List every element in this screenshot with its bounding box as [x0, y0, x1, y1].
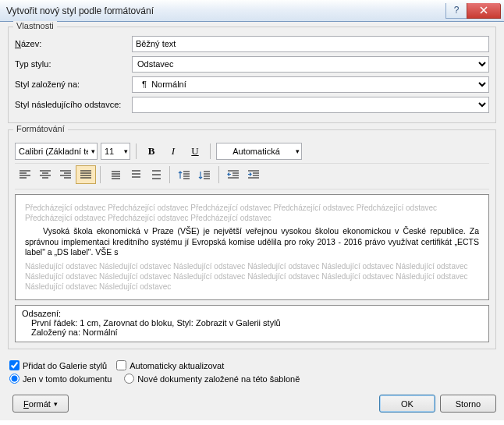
- preview-ghost-after: Následující odstavec Následující odstave…: [25, 261, 479, 292]
- desc-line2: První řádek: 1 cm, Zarovnat do bloku, St…: [31, 318, 482, 328]
- options-area: Přidat do Galerie stylů Automaticky aktu…: [8, 356, 496, 388]
- preview-real-text: Vysoká škola ekonomická v Praze (VŠE) je…: [25, 226, 479, 258]
- font-toolbar: Calibri (Základní te▾ 11▾ B I U Automati…: [15, 138, 489, 163]
- name-input[interactable]: [132, 36, 489, 52]
- font-combo[interactable]: Calibri (Základní te▾: [15, 143, 98, 160]
- chevron-down-icon: ▾: [54, 400, 58, 408]
- following-select[interactable]: [132, 97, 489, 113]
- underline-button[interactable]: U: [186, 143, 204, 160]
- color-combo[interactable]: Automatická▾: [216, 143, 302, 160]
- indent-inc-button[interactable]: [243, 165, 264, 184]
- italic-button[interactable]: I: [164, 143, 183, 160]
- desc-line3: Založený na: Normální: [31, 328, 482, 337]
- align-left-button[interactable]: [15, 165, 35, 184]
- auto-update-checkbox[interactable]: Automaticky aktualizovat: [116, 360, 224, 370]
- basedon-select[interactable]: ¶ Normální: [132, 76, 489, 93]
- space-before-dec-button[interactable]: [194, 165, 215, 184]
- window-title: Vytvořit nový styl podle formátování: [6, 5, 446, 16]
- align-right-button[interactable]: [55, 165, 76, 184]
- chevron-down-icon: ▾: [91, 147, 95, 155]
- chevron-down-icon: ▾: [296, 147, 300, 155]
- window-controls: ?: [446, 3, 501, 19]
- properties-group: Vlastnosti Název: Typ stylu: Odstavec St…: [8, 27, 496, 123]
- formatting-legend: Formátování: [13, 124, 68, 133]
- paragraph-toolbar: [15, 163, 489, 189]
- align-center-button[interactable]: [35, 165, 55, 184]
- size-combo[interactable]: 11▾: [101, 143, 130, 160]
- chevron-down-icon: ▾: [124, 147, 128, 155]
- bold-button[interactable]: B: [142, 143, 161, 160]
- close-button[interactable]: [467, 3, 501, 19]
- description-box: Odsazení: První řádek: 1 cm, Zarovnat do…: [15, 305, 489, 342]
- formatting-group: Formátování Calibri (Základní te▾ 11▾ B …: [8, 129, 496, 349]
- cancel-button[interactable]: Storno: [440, 395, 496, 413]
- name-label: Název:: [15, 39, 132, 48]
- indent-dec-button[interactable]: [223, 165, 243, 184]
- align-justify-button[interactable]: [76, 165, 96, 184]
- this-document-radio[interactable]: Jen v tomto dokumentu: [9, 374, 112, 384]
- following-label: Styl následujícího odstavce:: [15, 100, 132, 109]
- spacing-2-button[interactable]: [145, 165, 165, 184]
- spacing-1-5-button[interactable]: [125, 165, 145, 184]
- help-button[interactable]: ?: [445, 3, 467, 19]
- spacing-1-button[interactable]: [105, 165, 125, 184]
- basedon-label: Styl založený na:: [15, 80, 132, 89]
- format-button[interactable]: Formát▾: [12, 395, 69, 413]
- template-docs-radio[interactable]: Nové dokumenty založené na této šabloně: [124, 374, 300, 384]
- desc-line1: Odsazení:: [22, 309, 482, 318]
- dialog-body: Vlastnosti Název: Typ stylu: Odstavec St…: [0, 22, 504, 420]
- footer: Formát▾ OK Storno: [8, 395, 496, 413]
- type-label: Typ stylu:: [15, 59, 132, 69]
- titlebar: Vytvořit nový styl podle formátování ?: [0, 0, 504, 22]
- preview-ghost-before: Předcházející odstavec Předcházející ods…: [25, 203, 479, 223]
- preview-box: Předcházející odstavec Předcházející ods…: [15, 194, 489, 300]
- add-gallery-checkbox[interactable]: Přidat do Galerie stylů: [9, 360, 107, 370]
- ok-button[interactable]: OK: [379, 395, 435, 413]
- space-before-inc-button[interactable]: [174, 165, 194, 184]
- properties-legend: Vlastnosti: [13, 21, 57, 30]
- type-select[interactable]: Odstavec: [132, 56, 489, 73]
